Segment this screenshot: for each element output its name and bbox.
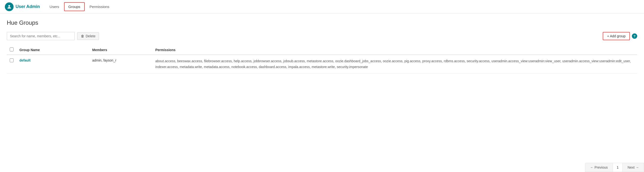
brand-icon	[5, 2, 14, 11]
header-group-name: Group Name	[16, 45, 89, 55]
table-header-row: Group Name Members Permissions	[7, 45, 637, 55]
nav-item-users[interactable]: Users	[46, 3, 63, 11]
brand-title: User Admin	[16, 4, 40, 9]
header-check	[7, 45, 16, 55]
select-all-checkbox[interactable]	[10, 47, 14, 51]
row-checkbox[interactable]	[10, 58, 14, 62]
row-permissions: about.access, beeswax.access, filebrowse…	[152, 55, 637, 73]
group-name-link[interactable]: default	[20, 58, 30, 62]
main-content: Hue Groups 🗑 Delete + Add group ? Group …	[0, 13, 644, 79]
toolbar: 🗑 Delete + Add group ?	[7, 32, 637, 40]
delete-label: Delete	[86, 34, 95, 38]
trash-icon: 🗑	[81, 34, 84, 38]
toolbar-right: + Add group ?	[603, 32, 637, 40]
groups-table: Group Name Members Permissions default a…	[7, 45, 637, 74]
toolbar-left: 🗑 Delete	[7, 32, 99, 40]
brand: User Admin	[5, 2, 40, 11]
delete-button[interactable]: 🗑 Delete	[77, 32, 99, 40]
add-group-button[interactable]: + Add group	[603, 32, 630, 40]
header-permissions: Permissions	[152, 45, 637, 55]
row-group-name: default	[16, 55, 89, 73]
nav-item-groups[interactable]: Groups	[64, 2, 85, 11]
row-check	[7, 55, 16, 73]
svg-point-0	[8, 5, 10, 6]
add-group-label: + Add group	[607, 34, 626, 38]
table-row: default admin, fayson_r about.access, be…	[7, 55, 637, 73]
row-members: admin, fayson_r	[89, 55, 152, 73]
help-icon[interactable]: ?	[632, 33, 637, 39]
nav-item-permissions[interactable]: Permissions	[86, 3, 113, 11]
page-title: Hue Groups	[7, 19, 637, 26]
top-navigation: User Admin Users Groups Permissions	[0, 0, 644, 13]
search-input[interactable]	[7, 32, 75, 40]
header-members: Members	[89, 45, 152, 55]
